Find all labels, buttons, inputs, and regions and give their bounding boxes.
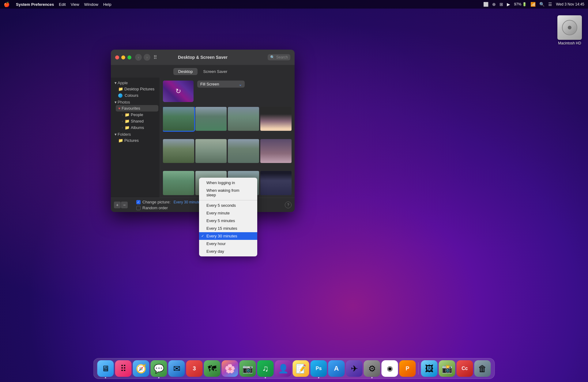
tab-screen-saver[interactable]: Screen Saver bbox=[198, 68, 232, 75]
sidebar-label-people: People bbox=[131, 112, 143, 117]
dock-launchpad[interactable]: ⠿ bbox=[115, 360, 132, 377]
back-button[interactable]: ‹ bbox=[135, 54, 142, 61]
dock-finder[interactable]: 🖥 bbox=[97, 360, 114, 377]
sidebar-item-pictures[interactable]: 📁 Pictures bbox=[116, 137, 158, 144]
dock-separator bbox=[418, 362, 419, 375]
sidebar-header-folders[interactable]: ▾ Folders bbox=[112, 131, 158, 137]
photo-cell-12[interactable] bbox=[260, 171, 292, 195]
menu-window[interactable]: Window bbox=[84, 2, 98, 7]
sysprefs-icon: ⚙ bbox=[368, 364, 376, 374]
random-order-checkbox[interactable] bbox=[136, 206, 141, 210]
dock-chrome[interactable]: ◉ bbox=[382, 360, 398, 377]
menu-item-when-logging-in[interactable]: When logging in bbox=[199, 179, 257, 187]
help-button[interactable]: ? bbox=[285, 202, 292, 208]
chevron-right-icon-shared: › bbox=[122, 120, 123, 123]
maximize-button[interactable] bbox=[127, 55, 131, 59]
dock-maps[interactable]: 🗺 bbox=[204, 360, 221, 377]
dock-testflight[interactable]: ✈ bbox=[346, 360, 363, 377]
display-icon[interactable]: ⬜ bbox=[483, 2, 488, 7]
app-name[interactable]: System Preferences bbox=[16, 2, 54, 7]
sidebar-item-desktop-pictures[interactable]: 📁 Desktop Pictures bbox=[116, 86, 158, 92]
menu-item-every-hour[interactable]: Every hour bbox=[199, 240, 257, 248]
dock-pages[interactable]: P bbox=[399, 360, 416, 377]
dock-notes[interactable]: 📝 bbox=[293, 360, 309, 377]
photo-cell-5[interactable] bbox=[163, 139, 194, 163]
fill-screen-dropdown[interactable]: Fill Screen Fit to Screen Stretch to Fil… bbox=[197, 81, 245, 88]
search-box[interactable]: 🔍 Search bbox=[268, 54, 290, 60]
sidebar-header-apple[interactable]: ▾ Apple bbox=[112, 80, 158, 86]
dock-safari[interactable]: 🧭 bbox=[133, 360, 149, 377]
grid-button[interactable]: ⠿ bbox=[153, 55, 157, 60]
wifi-icon[interactable]: 📶 bbox=[530, 2, 536, 7]
menu-edit[interactable]: Edit bbox=[59, 2, 66, 7]
battery-percent: 97% bbox=[514, 2, 521, 6]
photo-cell-9[interactable] bbox=[163, 171, 194, 195]
sidebar-section-apple: ▾ Apple 📁 Desktop Pictures Colours bbox=[111, 80, 160, 99]
dock-messages[interactable]: 💬 bbox=[151, 360, 167, 377]
music-icon[interactable]: ▶ bbox=[507, 2, 510, 7]
apple-menu[interactable]: 🍎 bbox=[4, 2, 10, 7]
sidebar-label-colours: Colours bbox=[125, 93, 138, 98]
menu-item-when-waking[interactable]: When waking from sleep bbox=[199, 187, 257, 199]
dock-photos-app[interactable]: 🌸 bbox=[222, 360, 238, 377]
controls-icon[interactable]: ⊞ bbox=[499, 2, 503, 7]
dock-photoshop[interactable]: Ps bbox=[311, 360, 327, 377]
dock-trash[interactable]: 🗑 bbox=[474, 360, 491, 377]
menu-item-5-seconds[interactable]: Every 5 seconds bbox=[199, 202, 257, 209]
change-picture-checkbox[interactable]: ✓ bbox=[136, 200, 141, 204]
forward-button[interactable]: › bbox=[144, 54, 150, 61]
notification-icon[interactable]: ☰ bbox=[548, 2, 552, 7]
dock-creative-cloud[interactable]: Cc bbox=[457, 360, 473, 377]
sidebar-label-desktop-pictures: Desktop Pictures bbox=[124, 87, 154, 91]
dock-sysprefs[interactable]: ⚙ bbox=[364, 360, 380, 377]
menu-item-every-day[interactable]: Every day bbox=[199, 248, 257, 255]
sidebar-item-colours[interactable]: Colours bbox=[116, 92, 158, 99]
folder-icon-albums: 📁 bbox=[125, 125, 130, 130]
dock-preview[interactable]: 🖼 bbox=[421, 360, 438, 377]
sidebar-item-favourites[interactable]: ♥ Favourites bbox=[116, 105, 158, 112]
sidebar-section-label-apple: Apple bbox=[118, 81, 128, 85]
dock-mail[interactable]: ✉ bbox=[168, 360, 185, 377]
photo-cell-1[interactable] bbox=[163, 107, 194, 131]
remove-source-button[interactable]: − bbox=[121, 202, 128, 208]
airplay-icon[interactable]: ⊕ bbox=[492, 2, 496, 7]
dock-appstore[interactable]: A bbox=[328, 360, 345, 377]
close-button[interactable] bbox=[115, 55, 119, 59]
menu-help[interactable]: Help bbox=[103, 2, 111, 7]
menu-item-every-minute[interactable]: Every minute bbox=[199, 209, 257, 217]
sidebar-item-shared[interactable]: › 📁 Shared bbox=[119, 118, 158, 124]
menu-view[interactable]: View bbox=[71, 2, 79, 7]
dock-cardhop[interactable]: 👤 bbox=[275, 360, 292, 377]
menu-item-30-minutes-label: Every 30 minutes bbox=[206, 234, 237, 238]
dock-spotify[interactable]: ♫ bbox=[257, 360, 274, 377]
minimize-button[interactable] bbox=[121, 55, 125, 59]
mail-icon: ✉ bbox=[173, 364, 180, 374]
photo-cell-6[interactable] bbox=[195, 139, 227, 163]
add-source-button[interactable]: + bbox=[114, 202, 121, 208]
dock-facetime[interactable]: 📷 bbox=[239, 360, 256, 377]
folder-icon-people: 📁 bbox=[125, 112, 130, 117]
tab-bar: Desktop Screen Saver bbox=[111, 65, 295, 78]
menu-item-15-minutes[interactable]: Every 15 minutes bbox=[199, 225, 257, 232]
search-icon[interactable]: 🔍 bbox=[539, 2, 545, 7]
dock-photos2[interactable]: 📸 bbox=[439, 360, 455, 377]
menu-item-30-minutes[interactable]: ✓ Every 30 minutes bbox=[199, 232, 257, 240]
photo-cell-2[interactable] bbox=[195, 107, 227, 131]
photo-cell-7[interactable] bbox=[228, 139, 259, 163]
photo-cell-4[interactable] bbox=[260, 107, 292, 131]
wallpaper-preview-image bbox=[163, 81, 194, 102]
sidebar-header-photos[interactable]: ▾ Photos bbox=[112, 99, 158, 105]
tab-desktop[interactable]: Desktop bbox=[173, 68, 198, 75]
photo-cell-3[interactable] bbox=[228, 107, 259, 131]
messages-icon: 💬 bbox=[153, 364, 164, 374]
sidebar-item-people[interactable]: › 📁 People bbox=[119, 112, 158, 118]
menu-item-5-minutes[interactable]: Every 5 minutes bbox=[199, 217, 257, 225]
chevron-down-icon-photos: ▾ bbox=[115, 100, 117, 104]
testflight-icon: ✈ bbox=[351, 364, 358, 374]
photo-cell-8[interactable] bbox=[260, 139, 292, 163]
window-controls bbox=[115, 55, 131, 59]
change-picture-controls: ✓ Change picture: Every 30 minutes ⌄ Ran… bbox=[136, 200, 206, 210]
dock-calendar[interactable]: 3 bbox=[186, 360, 203, 377]
sidebar-item-albums[interactable]: › 📁 Albums bbox=[119, 124, 158, 131]
macintosh-hd-icon[interactable]: Macintosh HD bbox=[557, 15, 582, 45]
